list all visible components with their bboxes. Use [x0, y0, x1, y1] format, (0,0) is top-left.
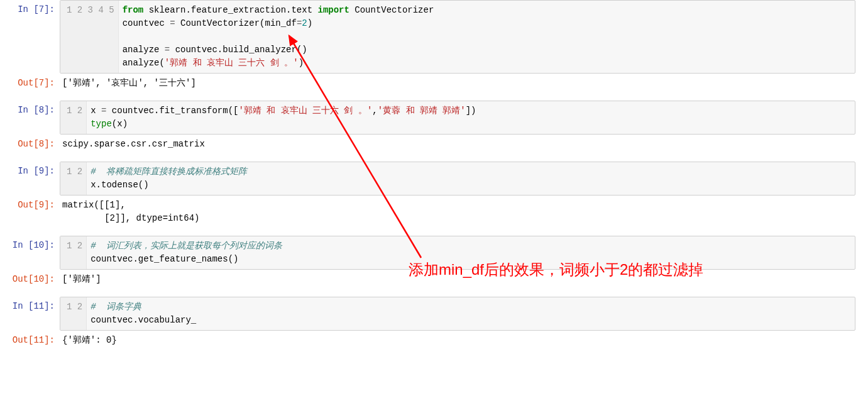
output-cell: Out[11]:{'郭靖': 0}: [0, 331, 868, 350]
input-cell[interactable]: In [7]:1 2 3 4 5from sklearn.feature_ext…: [0, 0, 868, 74]
notebook-cell: In [8]:1 2x = countvec.fit_transform(['郭…: [0, 101, 868, 154]
in-prompt: In [10]:: [0, 236, 60, 252]
notebook-cell: In [9]:1 2# 将稀疏矩阵直接转换成标准格式矩阵 x.todense()…: [0, 162, 868, 228]
notebook-cell: In [10]:1 2# 词汇列表，实际上就是获取每个列对应的词条 countv…: [0, 236, 868, 289]
line-numbers: 1 2: [60, 236, 87, 269]
output-content: ['郭靖']: [60, 270, 868, 289]
input-cell[interactable]: In [11]:1 2# 词条字典 countvec.vocabulary_: [0, 297, 868, 331]
code-content[interactable]: # 词汇列表，实际上就是获取每个列对应的词条 countvec.get_feat…: [87, 236, 855, 269]
line-numbers: 1 2: [60, 162, 87, 195]
input-cell[interactable]: In [10]:1 2# 词汇列表，实际上就是获取每个列对应的词条 countv…: [0, 236, 868, 270]
out-prompt: Out[11]:: [0, 331, 60, 347]
in-prompt: In [9]:: [0, 162, 60, 178]
code-input[interactable]: 1 2# 词条字典 countvec.vocabulary_: [60, 297, 855, 331]
line-numbers: 1 2 3 4 5: [60, 1, 119, 73]
out-prompt: Out[7]:: [0, 74, 60, 90]
input-cell[interactable]: In [9]:1 2# 将稀疏矩阵直接转换成标准格式矩阵 x.todense(): [0, 162, 868, 196]
code-content[interactable]: from sklearn.feature_extraction.text imp…: [119, 1, 855, 73]
code-input[interactable]: 1 2# 将稀疏矩阵直接转换成标准格式矩阵 x.todense(): [60, 162, 855, 196]
input-cell[interactable]: In [8]:1 2x = countvec.fit_transform(['郭…: [0, 101, 868, 135]
output-cell: Out[10]:['郭靖']: [0, 270, 868, 289]
notebook-cell: In [11]:1 2# 词条字典 countvec.vocabulary_Ou…: [0, 297, 868, 350]
code-content[interactable]: # 将稀疏矩阵直接转换成标准格式矩阵 x.todense(): [87, 162, 855, 195]
code-input[interactable]: 1 2# 词汇列表，实际上就是获取每个列对应的词条 countvec.get_f…: [60, 236, 855, 270]
in-prompt: In [7]:: [0, 0, 60, 16]
out-prompt: Out[8]:: [0, 135, 60, 151]
output-cell: Out[9]:matrix([[1], [2]], dtype=int64): [0, 196, 868, 228]
notebook-cell: In [7]:1 2 3 4 5from sklearn.feature_ext…: [0, 0, 868, 93]
output-content: matrix([[1], [2]], dtype=int64): [60, 196, 868, 228]
in-prompt: In [11]:: [0, 297, 60, 313]
jupyter-notebook: In [7]:1 2 3 4 5from sklearn.feature_ext…: [0, 0, 868, 350]
out-prompt: Out[10]:: [0, 270, 60, 286]
code-content[interactable]: x = countvec.fit_transform(['郭靖 和 哀牢山 三十…: [87, 101, 855, 134]
in-prompt: In [8]:: [0, 101, 60, 117]
out-prompt: Out[9]:: [0, 196, 60, 212]
code-input[interactable]: 1 2 3 4 5from sklearn.feature_extraction…: [60, 0, 855, 74]
line-numbers: 1 2: [60, 101, 87, 134]
line-numbers: 1 2: [60, 297, 87, 330]
output-content: scipy.sparse.csr.csr_matrix: [60, 135, 868, 154]
output-cell: Out[7]:['郭靖', '哀牢山', '三十六']: [0, 74, 868, 93]
code-content[interactable]: # 词条字典 countvec.vocabulary_: [87, 297, 855, 330]
output-cell: Out[8]:scipy.sparse.csr.csr_matrix: [0, 135, 868, 154]
output-content: {'郭靖': 0}: [60, 331, 868, 350]
output-content: ['郭靖', '哀牢山', '三十六']: [60, 74, 868, 93]
code-input[interactable]: 1 2x = countvec.fit_transform(['郭靖 和 哀牢山…: [60, 101, 855, 135]
